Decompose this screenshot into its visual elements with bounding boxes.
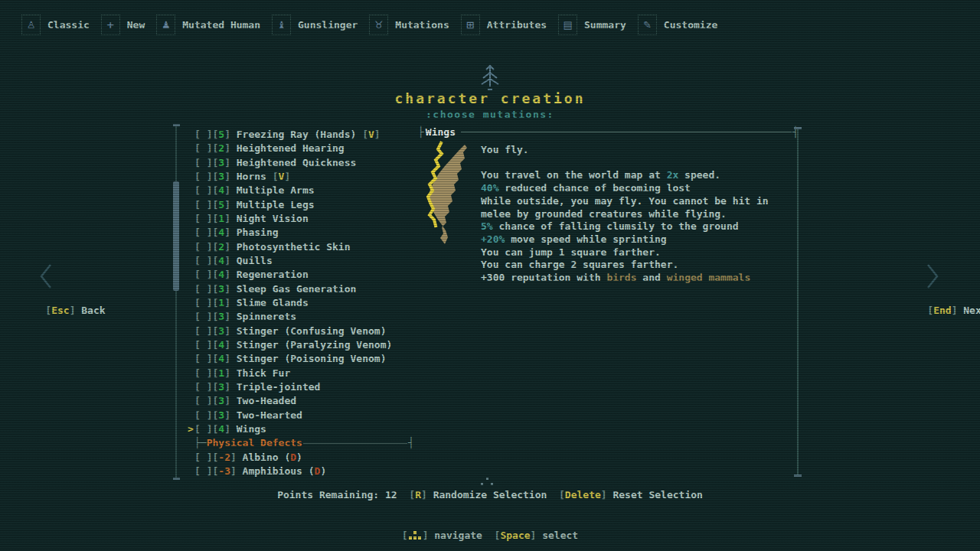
defect-row-albino[interactable]: [ ][-2] Albino (D): [188, 451, 414, 465]
checkbox: [ ]: [194, 184, 212, 197]
bracket: [: [212, 465, 218, 478]
checkbox: [ ]: [194, 240, 212, 254]
variant-tag: V: [279, 170, 285, 184]
tab-summary[interactable]: ▤Summary: [558, 15, 626, 35]
mutation-row-wings[interactable]: >[ ][4] Wings: [188, 422, 414, 436]
bracket: [: [212, 268, 218, 282]
text-segment: move speed while sprinting: [505, 233, 666, 245]
checkbox: [ ]: [194, 338, 212, 352]
tab-mutated-human[interactable]: ♟Mutated Human: [156, 15, 260, 35]
bracket: [: [212, 142, 218, 155]
tab-attributes[interactable]: ⊞Attributes: [461, 15, 547, 35]
detail-title: Wings: [426, 126, 456, 138]
mutation-name: Amphibious: [237, 465, 302, 478]
tab-label: Gunslinger: [298, 19, 358, 31]
horned-head-icon: ♉: [369, 15, 388, 35]
mutation-row-sleep-gas-generation[interactable]: [ ][3] Sleep Gas Generation: [188, 282, 414, 296]
mutation-name: Thick Fur: [230, 367, 290, 380]
mutation-row-night-vision[interactable]: [ ][1] Night Vision: [188, 212, 414, 226]
text-segment: 2x: [667, 169, 679, 181]
mutation-row-regeneration[interactable]: [ ][4] Regeneration: [188, 268, 414, 282]
paren: ): [296, 451, 302, 465]
mutation-row-heightened-hearing[interactable]: [ ][2] Heightened Hearing: [188, 142, 414, 155]
tab-new[interactable]: +New: [101, 15, 145, 35]
selection-cursor: >: [188, 422, 194, 436]
text-segment: [302, 465, 309, 478]
bracket: ]: [601, 489, 607, 500]
description-line: +300 reputation with birds and winged ma…: [481, 272, 795, 285]
mutation-row-multiple-legs[interactable]: [ ][5] Multiple Legs: [188, 198, 414, 212]
detail-scrollbar-bottom-cap[interactable]: [794, 474, 802, 477]
tab-classic[interactable]: ♙Classic: [21, 15, 90, 35]
mutation-name: Phasing: [230, 226, 279, 240]
list-scrollbar-bottom-cap[interactable]: [173, 478, 180, 480]
mutation-row-stinger-paralyzing-venom[interactable]: [ ][4] Stinger (Paralyzing Venom): [188, 338, 414, 352]
scroll-more-indicator: [481, 478, 496, 487]
text-segment: You fly.: [481, 144, 529, 155]
mutation-row-two-hearted[interactable]: [ ][3] Two-Hearted: [188, 409, 414, 422]
back-button[interactable]: [Esc] Back: [21, 293, 106, 328]
cost-value: 2: [218, 240, 224, 254]
mutation-name: Quills: [230, 254, 273, 268]
mutation-row-quills[interactable]: [ ][4] Quills: [188, 254, 414, 268]
mutation-description: You fly.You travel on the world map at 2…: [481, 144, 795, 285]
bracket: ]: [224, 254, 230, 268]
list-scrollbar-track[interactable]: [175, 126, 177, 478]
hint-select[interactable]: [Space] select: [495, 530, 579, 541]
tab-label: Customize: [664, 19, 717, 31]
tab-gunslinger[interactable]: ♝Gunslinger: [272, 15, 358, 35]
chevron-left-icon[interactable]: [37, 261, 55, 295]
tab-customize[interactable]: ✎Customize: [638, 15, 717, 35]
bracket: [: [402, 530, 408, 541]
mutation-name: Two-Hearted: [230, 409, 302, 422]
chevron-right-icon[interactable]: [923, 261, 942, 295]
hint-label: navigate: [428, 530, 482, 541]
cost-value: 4: [218, 352, 224, 366]
back-key: Esc: [51, 305, 69, 316]
tab-mutations[interactable]: ♉Mutations: [369, 15, 449, 35]
checkbox: [ ]: [194, 212, 212, 226]
mutation-row-triple-jointed[interactable]: [ ][3] Triple-jointed: [188, 380, 414, 394]
text-segment: [397, 489, 410, 500]
action-randomize-selection[interactable]: [R] Randomize Selection: [409, 489, 547, 500]
cost-value: 2: [218, 142, 224, 155]
list-scrollbar-thumb[interactable]: [173, 181, 179, 291]
bracket: [: [212, 128, 218, 142]
bracket: [: [212, 380, 218, 394]
mutation-name: Horns: [230, 170, 266, 184]
mutation-row-two-headed[interactable]: [ ][3] Two-Headed: [188, 394, 414, 408]
defect-row-amphibious[interactable]: [ ][-3] Amphibious (D): [188, 465, 414, 478]
mutation-row-heightened-quickness[interactable]: [ ][3] Heightened Quickness: [188, 156, 414, 170]
bracket: ]: [224, 394, 230, 408]
mutation-row-stinger-confusing-venom[interactable]: [ ][3] Stinger (Confusing Venom): [188, 324, 414, 338]
mutation-row-stinger-poisoning-venom[interactable]: [ ][4] Stinger (Poisoning Venom): [188, 352, 414, 366]
mutation-row-thick-fur[interactable]: [ ][1] Thick Fur: [188, 367, 414, 380]
mutation-name: Multiple Legs: [230, 198, 315, 212]
text-segment: and: [637, 272, 667, 283]
mutation-name: Triple-jointed: [230, 380, 320, 394]
action-reset-selection[interactable]: [Delete] Reset Selection: [559, 489, 703, 500]
mutation-row-phasing[interactable]: [ ][4] Phasing: [188, 226, 414, 240]
text-segment: 5%: [481, 220, 493, 232]
bracket: [: [212, 282, 218, 296]
cost-value: 1: [218, 212, 224, 226]
next-button[interactable]: [End] Next: [903, 293, 980, 328]
bracket: [: [409, 489, 415, 500]
mutation-row-horns[interactable]: [ ][3] Horns [V]: [188, 170, 414, 184]
mutation-row-spinnerets[interactable]: [ ][3] Spinnerets: [188, 310, 414, 324]
text-segment: +300 reputation with: [481, 272, 606, 283]
mutation-row-multiple-arms[interactable]: [ ][4] Multiple Arms: [188, 184, 414, 197]
description-line: melee by grounded creatures while flying…: [481, 208, 795, 221]
checkbox: [ ]: [194, 170, 212, 184]
description-line: You can jump 1 square farther.: [481, 246, 795, 259]
mutation-row-freezing-ray-hands[interactable]: [ ][5] Freezing Ray (Hands) [V]: [188, 128, 414, 142]
mutation-row-slime-glands[interactable]: [ ][1] Slime Glands: [188, 296, 414, 310]
detail-scrollbar-track[interactable]: [797, 129, 799, 474]
bracket: [: [45, 305, 51, 316]
checkbox: [ ]: [194, 226, 212, 240]
mutation-row-photosynthetic-skin[interactable]: [ ][2] Photosynthetic Skin: [188, 240, 414, 254]
mutation-name: Regeneration: [230, 268, 309, 282]
text-segment: [482, 530, 495, 541]
hint-navigate[interactable]: [] navigate: [402, 530, 482, 541]
defect-tag: D: [315, 465, 321, 478]
